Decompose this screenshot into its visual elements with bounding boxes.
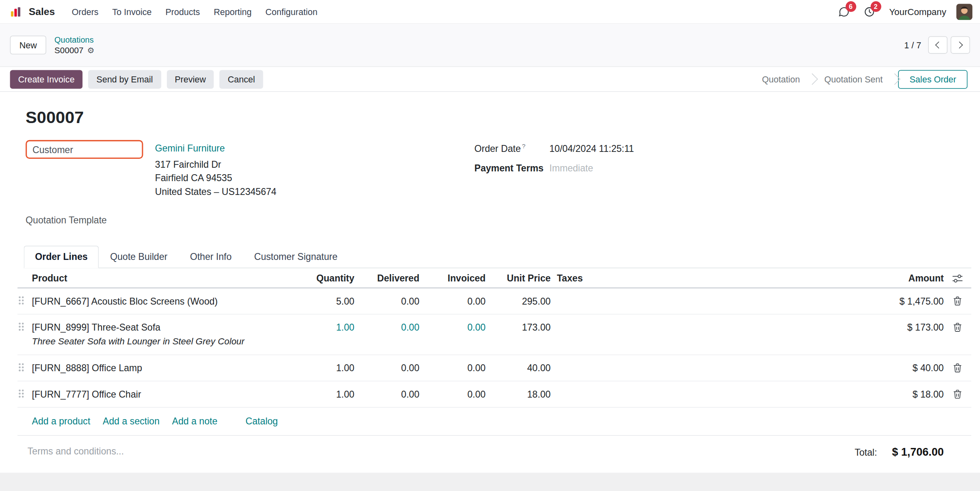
column-invoiced: Invoiced — [419, 272, 486, 284]
statusbar-row: Create Invoice Send by Email Preview Can… — [0, 66, 980, 92]
total-label: Total: — [855, 447, 877, 458]
delivered-cell[interactable]: 0.00 — [354, 362, 419, 374]
order-date-label: Order Date? — [475, 143, 550, 154]
order-info-section: Order Date? 10/04/2024 11:25:11 Payment … — [475, 140, 971, 225]
customer-link[interactable]: Gemini Furniture — [155, 143, 225, 153]
address-line: 317 Fairchild Dr — [155, 158, 276, 171]
add-a-note-link[interactable]: Add a note — [172, 416, 218, 426]
customer-address: 317 Fairchild DrFairfield CA 94535United… — [155, 158, 276, 199]
new-button[interactable]: New — [10, 36, 46, 54]
drag-handle[interactable] — [19, 296, 21, 298]
unit-price-cell[interactable]: 295.00 — [486, 295, 550, 307]
unit-price-cell[interactable]: 40.00 — [486, 362, 550, 374]
tab-quote-builder[interactable]: Quote Builder — [99, 246, 179, 268]
sheet-bottom: Terms and conditions... Total: $ 1,706.0… — [26, 446, 971, 459]
send-by-email-button[interactable]: Send by Email — [89, 70, 161, 89]
sales-app-icon[interactable] — [5, 5, 26, 18]
amount-cell: $ 18.00 — [788, 388, 944, 400]
product-name[interactable]: [FURN_7777] Office Chair — [32, 388, 294, 400]
company-menu[interactable]: YourCompany — [889, 6, 946, 17]
navbar-left: Sales OrdersTo InvoiceProductsReportingC… — [5, 2, 324, 22]
status-step-sales-order[interactable]: Sales Order — [898, 70, 967, 89]
tab-order-lines[interactable]: Order Lines — [24, 246, 99, 268]
customer-input[interactable] — [26, 140, 143, 159]
navbar: Sales OrdersTo InvoiceProductsReportingC… — [0, 0, 980, 24]
status-pipeline: QuotationQuotation SentSales Order — [753, 70, 967, 89]
form-sheet: S00007 Gemini Furniture 317 Fairchild Dr… — [0, 92, 980, 473]
pager: 1 / 7 — [904, 36, 970, 54]
column-taxes: Taxes — [550, 272, 787, 284]
navbar-right: 6 2 YourCompany — [833, 3, 972, 19]
notebook-tabs: Order LinesQuote BuilderOther InfoCustom… — [24, 246, 971, 268]
product-name[interactable]: [FURN_8888] Office Lamp — [32, 362, 294, 374]
status-step-quotation-sent[interactable]: Quotation Sent — [816, 70, 891, 89]
tab-customer-signature[interactable]: Customer Signature — [243, 246, 349, 268]
column-amount: Amount — [788, 272, 944, 284]
preview-button[interactable]: Preview — [166, 70, 214, 89]
product-name[interactable]: [FURN_8999] Three-Seat Sofa — [32, 321, 294, 333]
menu-item-configuration[interactable]: Configuration — [259, 2, 324, 22]
control-panel: New Quotations S00007 ⚙ 1 / 7 — [0, 24, 980, 67]
invoiced-cell[interactable]: 0.00 — [419, 362, 486, 374]
gear-icon[interactable]: ⚙ — [87, 46, 95, 54]
delete-line-icon[interactable] — [953, 322, 962, 332]
delivered-cell[interactable]: 0.00 — [354, 388, 419, 400]
create-invoice-button[interactable]: Create Invoice — [10, 70, 83, 89]
order-line-row: [FURN_7777] Office Chair 1.00 0.00 0.00 … — [17, 381, 971, 408]
messages-button[interactable]: 6 — [833, 3, 854, 19]
delete-line-icon[interactable] — [953, 296, 962, 306]
optional-columns-icon[interactable] — [952, 274, 963, 283]
delete-line-icon[interactable] — [953, 389, 962, 399]
record-title: S00007 — [26, 108, 971, 128]
catalog-link[interactable]: Catalog — [246, 416, 278, 426]
breadcrumb-current: S00007 — [54, 45, 84, 55]
order-lines-footer: Add a productAdd a sectionAdd a noteCata… — [17, 408, 971, 436]
drag-handle[interactable] — [19, 363, 21, 365]
column-quantity: Quantity — [298, 272, 354, 284]
activities-badge: 2 — [870, 1, 881, 11]
quotation-template-label: Quotation Template — [26, 214, 474, 225]
invoiced-cell[interactable]: 0.00 — [419, 388, 486, 400]
quantity-cell[interactable]: 1.00 — [298, 388, 354, 400]
add-a-section-link[interactable]: Add a section — [103, 416, 160, 426]
quantity-cell[interactable]: 1.00 — [298, 362, 354, 374]
address-line: United States – US12345674 — [155, 185, 276, 199]
pager-previous-button[interactable] — [928, 36, 948, 54]
breadcrumb-quotations-link[interactable]: Quotations — [54, 35, 95, 44]
invoiced-cell[interactable]: 0.00 — [419, 321, 486, 333]
address-line: Fairfield CA 94535 — [155, 171, 276, 185]
add-a-product-link[interactable]: Add a product — [32, 416, 91, 426]
delivered-cell[interactable]: 0.00 — [354, 295, 419, 307]
quantity-cell[interactable]: 1.00 — [298, 321, 354, 333]
drag-handle[interactable] — [19, 322, 21, 324]
unit-price-cell[interactable]: 18.00 — [486, 388, 550, 400]
unit-price-cell[interactable]: 173.00 — [486, 321, 550, 333]
menu-item-to-invoice[interactable]: To Invoice — [106, 2, 159, 22]
invoiced-cell[interactable]: 0.00 — [419, 295, 486, 307]
pager-counter[interactable]: 1 / 7 — [904, 40, 921, 50]
product-name[interactable]: [FURN_6667] Acoustic Bloc Screens (Wood) — [32, 295, 294, 307]
breadcrumb: Quotations S00007 ⚙ — [54, 35, 95, 55]
terms-placeholder[interactable]: Terms and conditions... — [26, 446, 124, 456]
payment-terms-label: Payment Terms — [475, 162, 550, 173]
activities-button[interactable]: 2 — [859, 3, 879, 19]
menu-item-products[interactable]: Products — [159, 2, 207, 22]
delivered-cell[interactable]: 0.00 — [354, 321, 419, 333]
quantity-cell[interactable]: 5.00 — [298, 295, 354, 307]
column-unit-price: Unit Price — [486, 272, 550, 284]
column-product: Product — [32, 273, 298, 283]
cancel-button[interactable]: Cancel — [220, 70, 263, 89]
delete-line-icon[interactable] — [953, 363, 962, 372]
menu-item-reporting[interactable]: Reporting — [207, 2, 258, 22]
app-name[interactable]: Sales — [29, 6, 55, 17]
order-date-value[interactable]: 10/04/2024 11:25:11 — [549, 143, 634, 154]
tab-other-info[interactable]: Other Info — [179, 246, 243, 268]
status-step-quotation[interactable]: Quotation — [753, 70, 809, 89]
user-avatar[interactable] — [956, 3, 972, 19]
drag-handle[interactable] — [19, 389, 21, 392]
amount-cell: $ 1,475.00 — [788, 295, 944, 307]
menu-item-orders[interactable]: Orders — [65, 2, 106, 22]
pager-next-button[interactable] — [951, 36, 970, 54]
payment-terms-value[interactable]: Immediate — [549, 162, 593, 173]
amount-cell: $ 40.00 — [788, 362, 944, 374]
